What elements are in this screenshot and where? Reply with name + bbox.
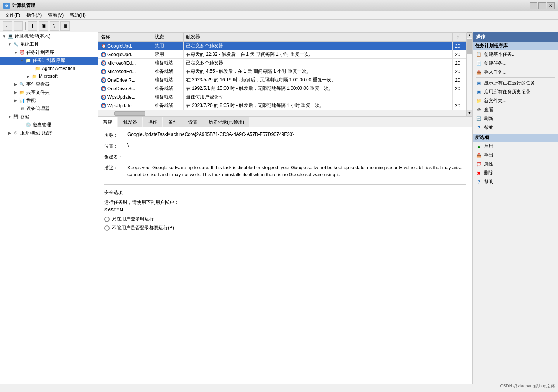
table-row[interactable]: ⏰WpsUpdate...准备就绪当任何用户登录时 — [98, 93, 466, 101]
action-label-8: 帮助 — [484, 124, 493, 131]
menu-view[interactable]: 查看(V) — [45, 11, 67, 19]
action-item-3[interactable]: ▣显示所有正在运行的任务 — [473, 79, 558, 88]
table-row[interactable]: ⏰MicrosoftEd...准备就绪已定义多个触发器20 — [98, 59, 466, 67]
maximize-button[interactable]: □ — [538, 2, 546, 9]
selected-action-item-3[interactable]: ✖删除 — [473, 168, 558, 177]
expand-icon-shared[interactable]: ▶ — [13, 89, 19, 96]
refresh-icon: 🔄 — [476, 116, 482, 122]
sidebar-item-task-lib[interactable]: ▼ 📁 任务计划程序库 — [0, 57, 98, 65]
sidebar-item-system-tools[interactable]: ▼ 🔧 系统工具 — [0, 40, 98, 48]
tab-settings[interactable]: 设置 — [183, 117, 203, 127]
action-item-0[interactable]: 📋创建基本任务... — [473, 50, 558, 59]
minimize-button[interactable]: — — [530, 2, 537, 9]
sidebar-label-shared: 共享文件夹 — [26, 89, 50, 96]
col-header-name[interactable]: 名称 — [98, 33, 152, 42]
scroll-down-btn[interactable]: ▼ — [467, 110, 472, 116]
action-item-5[interactable]: 📁新文件夹... — [473, 96, 558, 105]
actions-header: 操作 — [473, 32, 558, 42]
sidebar-item-shared[interactable]: ▶ 📂 共享文件夹 — [0, 88, 98, 96]
window-title: 计算机管理 — [12, 2, 35, 9]
tab-actions[interactable]: 操作 — [143, 117, 162, 127]
sidebar-item-event-viewer[interactable]: ▶ 🔍 事件查看器 — [0, 80, 98, 88]
tab-history[interactable]: 历史记录(已禁用) — [203, 117, 249, 127]
table-row[interactable]: ⏰OneDrive R...准备就绪在 2023/5/29 的 16:19 时 … — [98, 76, 466, 84]
table-row[interactable]: ⏰OneDrive St...准备就绪在 1992/5/1 的 15:00 时 … — [98, 84, 466, 93]
show-button[interactable]: ▣ — [39, 21, 48, 31]
help-button[interactable]: ? — [50, 21, 59, 31]
forward-button[interactable]: → — [14, 21, 23, 31]
expand-icon-system-tools[interactable]: ▼ — [7, 41, 13, 48]
expand-icon-task-lib[interactable]: ▼ — [19, 58, 25, 64]
sidebar-item-computer[interactable]: ▼ 💻 计算机管理(本地) — [0, 32, 98, 40]
expand-icon-disk — [19, 122, 25, 128]
action-item-7[interactable]: 🔄刷新 — [473, 114, 558, 123]
table-wrapper: 名称 状态 触发器 下 ⏰GoogleUpd...禁用已定义多个触发器20⏰Go… — [98, 32, 472, 116]
sidebar-item-services[interactable]: ▶ ⚙ 服务和应用程序 — [0, 129, 98, 137]
create-task-icon: 📄 — [476, 60, 482, 67]
horizontal-scrollbar[interactable] — [98, 110, 466, 116]
right-actions-selected: ▲启用📤导出...⏰属性✖删除?帮助 — [473, 142, 558, 186]
expand-icon-computer[interactable]: ▼ — [1, 33, 7, 40]
radio-button-2[interactable] — [104, 225, 110, 231]
sel-action-icon-1: 📤 — [476, 152, 482, 158]
storage-icon: 💾 — [13, 114, 19, 120]
selected-action-label-3: 删除 — [484, 170, 493, 176]
show-running-icon: ▣ — [476, 80, 482, 86]
task-extra-cell: 20 — [453, 84, 466, 93]
tab-conditions[interactable]: 条件 — [163, 117, 183, 127]
col-header-status[interactable]: 状态 — [152, 33, 183, 42]
table-row[interactable]: ⏰GoogleUpd...禁用在每天的 22:32 - 触发后，在 1 天 期间… — [98, 50, 466, 59]
col-header-trigger[interactable]: 触发器 — [183, 33, 452, 42]
expand-icon-microsoft[interactable]: ▶ — [25, 73, 31, 79]
sidebar-item-storage[interactable]: ▼ 💾 存储 — [0, 113, 98, 121]
watermark: CSDN @xiaopang的bug之路 — [500, 383, 555, 389]
back-button[interactable]: ← — [3, 21, 12, 31]
grid-button[interactable]: ▦ — [60, 21, 70, 31]
table-row[interactable]: ⏰GoogleUpd...禁用已定义多个触发器20 — [98, 42, 466, 50]
expand-icon-storage[interactable]: ▼ — [7, 114, 13, 120]
expand-icon-event[interactable]: ▶ — [13, 81, 19, 88]
menu-file[interactable]: 文件(F) — [2, 11, 23, 19]
sidebar-item-disk[interactable]: 💿 磁盘管理 — [0, 121, 98, 129]
expand-icon-services[interactable]: ▶ — [7, 130, 13, 136]
selected-action-item-1[interactable]: 📤导出... — [473, 151, 558, 160]
col-header-extra[interactable]: 下 — [453, 33, 466, 42]
sidebar-label-services: 服务和应用程序 — [20, 130, 53, 136]
table-row[interactable]: ⏰MicrosoftEd...准备就绪在每天的 4:55 - 触发后，在 1 天… — [98, 67, 466, 76]
sidebar-item-microsoft[interactable]: ▶ 📁 Microsoft — [0, 72, 98, 80]
action-label-3: 显示所有正在运行的任务 — [484, 80, 535, 86]
sidebar-label-microsoft: Microsoft — [39, 74, 58, 79]
expand-icon-device — [13, 106, 19, 112]
scroll-up-btn[interactable]: ▲ — [467, 32, 472, 38]
action-item-2[interactable]: 📥导入任务... — [473, 68, 558, 77]
action-item-8[interactable]: ?帮助 — [473, 123, 558, 132]
selected-action-item-0[interactable]: ▲启用 — [473, 142, 558, 151]
up-button[interactable]: ⬆ — [28, 21, 37, 31]
selected-action-item-4[interactable]: ?帮助 — [473, 177, 558, 186]
scroll-thumb[interactable] — [467, 39, 472, 54]
task-status-icon: ⏰ — [101, 86, 106, 91]
sidebar-item-agent[interactable]: 📁 Agent Activation — [0, 65, 98, 72]
menu-help[interactable]: 帮助(H) — [67, 11, 89, 19]
close-button[interactable]: ✕ — [547, 2, 555, 9]
sidebar-item-task-scheduler[interactable]: ▼ ⏰ 任务计划程序 — [0, 48, 98, 57]
action-item-6[interactable]: 👁查看 — [473, 105, 558, 114]
tab-triggers[interactable]: 触发器 — [118, 117, 142, 127]
expand-icon-performance[interactable]: ▶ — [13, 98, 19, 104]
task-status-icon: ⏰ — [101, 77, 106, 83]
sidebar-item-device[interactable]: 🖥 设备管理器 — [0, 105, 98, 113]
action-label-1: 创建任务... — [484, 60, 506, 67]
menu-action[interactable]: 操作(A) — [23, 11, 45, 19]
action-item-4[interactable]: ▣启用所有任务历史记录 — [473, 88, 558, 96]
expand-icon-task-scheduler[interactable]: ▼ — [13, 50, 19, 56]
selected-action-item-2[interactable]: ⏰属性 — [473, 160, 558, 168]
tab-general[interactable]: 常规 — [98, 117, 117, 127]
action-label-5: 新文件夹... — [484, 98, 506, 104]
sidebar-label-disk: 磁盘管理 — [33, 122, 51, 128]
radio-button-1[interactable] — [104, 217, 110, 222]
name-label: 名称： — [104, 132, 127, 139]
scrollbar-thumb-h[interactable] — [114, 111, 145, 116]
table-row[interactable]: ⏰WpsUpdate...准备就绪在 2023/7/20 的 8:05 时 - … — [98, 101, 466, 110]
action-item-1[interactable]: 📄创建任务... — [473, 59, 558, 68]
sidebar-item-performance[interactable]: ▶ 📊 性能 — [0, 96, 98, 105]
